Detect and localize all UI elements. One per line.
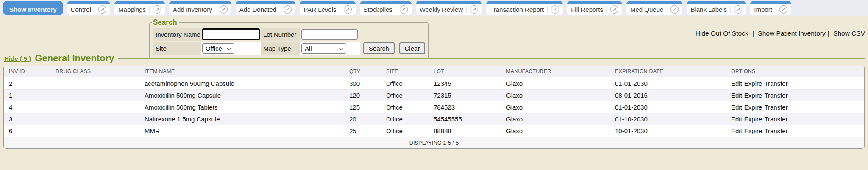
tab-fill-reports[interactable]: Fill Reports ↗	[567, 1, 622, 15]
inventory-name-label: Inventory Name	[153, 28, 201, 41]
tab-show-inventory[interactable]: Show Inventory ↗	[3, 1, 63, 15]
tab-par-levels[interactable]: PAR Levels ↗	[300, 1, 355, 15]
transfer-link[interactable]: Transfer	[764, 115, 787, 123]
tab-accent-cap	[687, 1, 746, 4]
inventory-name-input[interactable]	[202, 28, 260, 40]
table-row[interactable]: 3 Naltrexone 1.5mg Capsule 20 Office 545…	[4, 113, 864, 125]
site-select-value: Office	[206, 45, 222, 52]
tab-accent-cap	[486, 1, 563, 4]
cell-inv-id: 3	[4, 113, 50, 125]
tab-blank-labels[interactable]: Blank Labels ↗	[687, 1, 746, 15]
tab-bar: Show Inventory ↗ Control ↗ Mappings ↗ Ad…	[0, 0, 868, 16]
tab-label: Add Inventory	[173, 6, 212, 13]
open-in-new-window-icon[interactable]: ↗	[551, 5, 559, 14]
cell-lot: 54545555	[428, 113, 501, 125]
open-in-new-window-icon[interactable]: ↗	[470, 5, 478, 14]
open-in-new-window-icon[interactable]: ↗	[98, 5, 106, 14]
open-in-new-window-icon[interactable]: ↗	[779, 5, 787, 14]
tab-label: Show Inventory	[9, 6, 57, 13]
open-in-new-window-icon[interactable]: ↗	[734, 5, 742, 14]
column-header-drug-class[interactable]: DRUG CLASS	[50, 66, 139, 77]
expire-link[interactable]: Expire	[744, 92, 762, 99]
clear-button[interactable]: Clear	[399, 42, 426, 54]
cell-manufacturer: Glaxo	[501, 125, 610, 137]
map-type-select-value: All	[305, 45, 312, 52]
column-header-site[interactable]: SITE	[381, 66, 428, 77]
cell-manufacturer: Glaxo	[501, 101, 610, 113]
column-header-manufacturer[interactable]: MANUFACTURER	[501, 66, 610, 77]
open-in-new-window-icon[interactable]: ↗	[670, 5, 679, 14]
cell-expiration-date: 01-10-2030	[610, 113, 726, 125]
table-row[interactable]: 1 Amoxicillin 500mg Capsule 120 Office 7…	[4, 89, 864, 101]
tab-label: Med Queue	[630, 6, 663, 13]
edit-link[interactable]: Edit	[731, 80, 742, 87]
transfer-link[interactable]: Transfer	[764, 92, 787, 99]
transfer-link[interactable]: Transfer	[764, 104, 787, 111]
table-row[interactable]: 2 acetaminophen 500mg Capsule 300 Office…	[4, 77, 864, 89]
tab-accent-cap	[300, 1, 355, 4]
open-in-new-window-icon[interactable]: ↗	[344, 5, 352, 14]
cell-drug-class	[50, 113, 139, 125]
tab-accent-cap	[236, 1, 296, 4]
edit-link[interactable]: Edit	[731, 92, 742, 99]
open-in-new-window-icon[interactable]: ↗	[153, 5, 161, 14]
tab-stockpiles[interactable]: Stockpiles ↗	[360, 1, 412, 15]
edit-link[interactable]: Edit	[731, 104, 742, 111]
table-footer: DISPLAYING 1-5 / 5	[4, 137, 864, 148]
tab-accent-cap	[3, 1, 63, 4]
edit-link[interactable]: Edit	[731, 127, 742, 134]
page-content: Search Inventory Name Lot Number Site Of…	[0, 16, 868, 170]
open-in-new-window-icon[interactable]: ↗	[610, 5, 618, 14]
tab-mappings[interactable]: Mappings ↗	[114, 1, 165, 15]
expire-link[interactable]: Expire	[744, 80, 762, 87]
chevron-down-icon	[227, 46, 231, 50]
expire-link[interactable]: Expire	[744, 104, 762, 111]
cell-lot: 784523	[428, 101, 501, 113]
cell-drug-class	[50, 77, 139, 89]
table-row[interactable]: 4 Amoxicillin 500mg Tablets 125 Office 7…	[4, 101, 864, 113]
table-row[interactable]: 6 MMR 25 Office 88888 Glaxo 10-01-2030 E…	[4, 125, 864, 137]
tab-label: Control	[71, 6, 91, 13]
search-panel-title: Search	[152, 18, 179, 27]
search-panel: Search Inventory Name Lot Number Site Of…	[149, 18, 429, 58]
section-divider-line	[118, 58, 865, 59]
tab-import[interactable]: Import ↗	[750, 1, 791, 15]
tab-divider	[730, 6, 731, 13]
open-in-new-window-icon[interactable]: ↗	[284, 5, 292, 14]
cell-expiration-date: 01-01-2030	[610, 101, 726, 113]
expire-link[interactable]: Expire	[744, 115, 762, 123]
hide-section-link[interactable]: Hide ( 5 )	[4, 55, 31, 62]
column-header-inv-id[interactable]: INV ID	[4, 66, 50, 77]
lot-number-input[interactable]	[301, 29, 358, 40]
column-header-lot[interactable]: LOT	[428, 66, 501, 77]
site-select[interactable]: Office	[202, 43, 234, 54]
hide-out-of-stock-link[interactable]: Hide Out Of Stock	[696, 30, 748, 37]
cell-qty: 120	[344, 90, 381, 101]
table-header-row: INV ID DRUG CLASS ITEM NAME QTY SITE LOT…	[4, 66, 864, 77]
cell-inv-id: 6	[4, 125, 50, 137]
open-in-new-window-icon[interactable]: ↗	[220, 5, 228, 14]
cell-drug-class	[50, 101, 139, 113]
edit-link[interactable]: Edit	[731, 115, 742, 123]
column-header-item-name[interactable]: ITEM NAME	[139, 66, 344, 77]
transfer-link[interactable]: Transfer	[764, 80, 787, 87]
expire-link[interactable]: Expire	[744, 127, 762, 134]
tab-weekly-review[interactable]: Weekly Review ↗	[416, 1, 482, 15]
cell-lot: 12345	[428, 77, 501, 89]
open-in-new-window-icon[interactable]: ↗	[400, 5, 408, 14]
tab-label: Fill Reports	[571, 6, 603, 13]
cell-options: EditExpireTransfer	[726, 90, 864, 101]
show-patient-inventory-link[interactable]: Show Patient Inventory	[758, 30, 825, 37]
tab-control[interactable]: Control ↗	[67, 1, 110, 15]
transfer-link[interactable]: Transfer	[764, 127, 787, 134]
map-type-select[interactable]: All	[301, 43, 346, 54]
search-button[interactable]: Search	[363, 42, 395, 54]
tab-add-inventory[interactable]: Add Inventory ↗	[169, 1, 231, 15]
tab-med-queue[interactable]: Med Queue ↗	[626, 1, 682, 15]
tab-add-donated[interactable]: Add Donated ↗	[236, 1, 296, 15]
cell-item-name: acetaminophen 500mg Capsule	[139, 77, 344, 89]
column-header-qty[interactable]: QTY	[344, 66, 381, 77]
tab-transaction-report[interactable]: Transaction Report ↗	[486, 1, 563, 15]
show-csv-link[interactable]: Show CSV	[833, 30, 865, 37]
cell-item-name: MMR	[139, 125, 344, 137]
